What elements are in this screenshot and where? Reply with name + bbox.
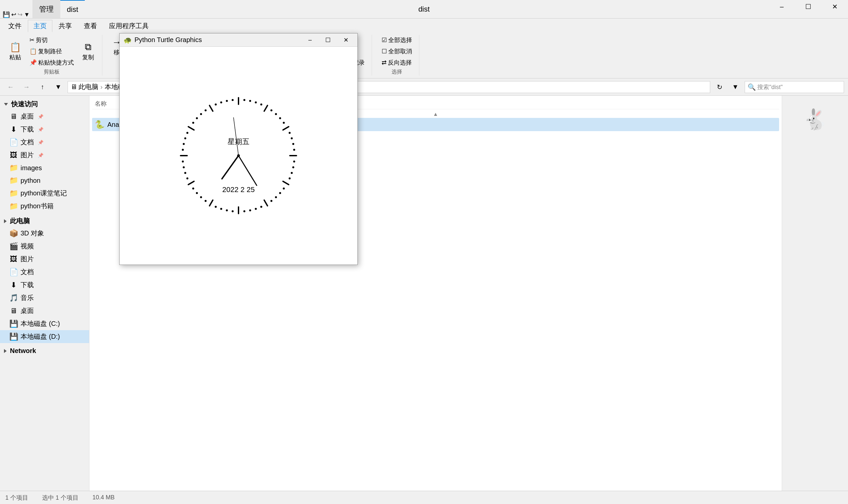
svg-point-31 xyxy=(232,210,233,212)
sidebar-item-pictures[interactable]: 🖼 图片 xyxy=(0,149,89,162)
clipboard-label: 剪贴板 xyxy=(44,69,60,75)
window-controls: – ☐ ✕ xyxy=(768,0,848,13)
window-title: dist xyxy=(418,5,430,14)
svg-line-50 xyxy=(188,127,194,130)
collapse-icon xyxy=(4,103,8,106)
select-all-button[interactable]: ☑ 全部选择 xyxy=(378,35,415,46)
title-bar-tabs: 💾 ↩ ↪ ▼ 管理 dist xyxy=(0,0,85,18)
ribbon-tab-home[interactable]: 主页 xyxy=(28,20,52,32)
svg-point-46 xyxy=(182,149,184,151)
up-button[interactable]: ↑ xyxy=(36,81,49,93)
svg-point-58 xyxy=(226,100,228,102)
sidebar-item-python[interactable]: 📁 python xyxy=(0,174,89,187)
deselect-all-button[interactable]: ☐ 全部取消 xyxy=(378,46,415,57)
sidebar-item-drive-c[interactable]: 💾 本地磁盘 (C:) xyxy=(0,317,89,330)
sidebar: 快速访问 🖥 桌面 ⬇ 下载 📄 文档 🖼 图片 📁 images xyxy=(0,96,89,491)
ribbon-tabs: 文件 主页 共享 查看 应用程序工具 xyxy=(3,20,845,32)
svg-text:2022 2 25: 2022 2 25 xyxy=(222,185,255,194)
sidebar-item-drive-d[interactable]: 💾 本地磁盘 (D:) xyxy=(0,330,89,343)
copy-button[interactable]: ⧉ 复制 xyxy=(78,40,98,63)
sidebar-network-header[interactable]: Network xyxy=(0,346,89,356)
svg-point-6 xyxy=(270,109,272,111)
svg-point-9 xyxy=(283,122,285,124)
sidebar-quick-access-header[interactable]: 快速访问 xyxy=(0,98,89,110)
svg-point-4 xyxy=(260,104,262,106)
svg-point-13 xyxy=(292,143,294,145)
turtle-maximize-button[interactable]: ☐ xyxy=(320,35,336,45)
sidebar-item-documents[interactable]: 📄 文档 xyxy=(0,136,89,149)
svg-text:星期五: 星期五 xyxy=(228,138,249,146)
sidebar-item-downloads[interactable]: ⬇ 下载 xyxy=(0,123,89,136)
ribbon-tab-view[interactable]: 查看 xyxy=(78,20,103,32)
ribbon-tab-share[interactable]: 共享 xyxy=(53,20,77,32)
sidebar-item-python-books[interactable]: 📁 python书籍 xyxy=(0,200,89,213)
ribbon-tab-file[interactable]: 文件 xyxy=(3,20,27,32)
svg-point-47 xyxy=(183,143,185,145)
svg-point-2 xyxy=(249,100,251,102)
svg-line-63 xyxy=(238,156,257,185)
search-box[interactable]: 🔍 搜索"dist" xyxy=(745,81,844,93)
svg-point-23 xyxy=(275,196,277,198)
svg-point-1 xyxy=(244,99,245,101)
svg-point-34 xyxy=(215,205,217,208)
svg-point-39 xyxy=(192,187,194,190)
svg-point-43 xyxy=(183,166,185,168)
svg-point-42 xyxy=(184,172,186,174)
tab-dist[interactable]: dist xyxy=(60,0,85,18)
maximize-button[interactable]: ☐ xyxy=(795,0,822,13)
ribbon-tab-app[interactable]: 应用程序工具 xyxy=(103,20,154,32)
svg-line-5 xyxy=(264,105,268,111)
downloads2-icon: ⬇ xyxy=(9,281,18,289)
svg-point-44 xyxy=(182,161,184,163)
cut-button[interactable]: ✂ 剪切 xyxy=(26,35,77,46)
file-size: 10.4 MB xyxy=(92,494,114,501)
sidebar-item-desktop2[interactable]: 🖥 桌面 xyxy=(0,304,89,317)
tab-manage[interactable]: 管理 xyxy=(33,0,60,18)
sidebar-item-python-notes[interactable]: 📁 python课堂笔记 xyxy=(0,187,89,200)
turtle-close-button[interactable]: ✕ xyxy=(338,35,353,45)
back-button[interactable]: ← xyxy=(4,81,17,93)
sidebar-item-music[interactable]: 🎵 音乐 xyxy=(0,291,89,304)
svg-line-55 xyxy=(210,105,213,111)
forward-button[interactable]: → xyxy=(20,81,33,93)
paste-button[interactable]: 📋 粘贴 xyxy=(5,40,25,63)
copy-path-button[interactable]: 📋 复制路径 xyxy=(26,46,77,57)
ribbon-group-select: ☑ 全部选择 ☐ 全部取消 ⇄ 反向选择 选择 xyxy=(377,35,419,75)
close-button[interactable]: ✕ xyxy=(822,0,848,13)
svg-point-16 xyxy=(293,161,295,163)
refresh-button[interactable]: ↻ xyxy=(713,81,726,93)
images-folder-icon: 📁 xyxy=(9,164,18,172)
svg-point-65 xyxy=(237,154,240,157)
music-icon: 🎵 xyxy=(9,294,18,302)
sidebar-item-images[interactable]: 📁 images xyxy=(0,162,89,174)
minimize-button[interactable]: – xyxy=(768,0,795,13)
path-thispc: 此电脑 xyxy=(78,83,99,91)
svg-point-11 xyxy=(288,132,290,134)
sidebar-item-downloads2[interactable]: ⬇ 下载 xyxy=(0,278,89,291)
invert-selection-button[interactable]: ⇄ 反向选择 xyxy=(378,57,415,68)
svg-point-18 xyxy=(291,172,293,174)
svg-point-12 xyxy=(291,138,293,139)
turtle-title-bar: 🐢 Python Turtle Graphics – ☐ ✕ xyxy=(120,33,357,47)
video-icon: 🎬 xyxy=(9,242,18,251)
sidebar-this-pc-header[interactable]: 此电脑 xyxy=(0,215,89,227)
svg-line-10 xyxy=(283,127,288,130)
turtle-minimize-button[interactable]: – xyxy=(302,35,318,45)
sidebar-item-documents2[interactable]: 📄 文档 xyxy=(0,266,89,278)
select-label: 选择 xyxy=(391,69,402,75)
svg-point-8 xyxy=(279,117,281,119)
svg-point-57 xyxy=(220,101,222,103)
sidebar-item-pictures2[interactable]: 🖼 图片 xyxy=(0,253,89,266)
clipboard-col-buttons: ✂ 剪切 📋 复制路径 📌 粘贴快捷方式 xyxy=(26,35,77,68)
svg-point-56 xyxy=(215,104,217,106)
svg-point-19 xyxy=(288,178,290,179)
svg-line-35 xyxy=(210,200,213,205)
sidebar-item-3d[interactable]: 📦 3D 对象 xyxy=(0,227,89,240)
recent-dropdown[interactable]: ▼ xyxy=(52,81,65,93)
address-dropdown-button[interactable]: ▼ xyxy=(729,81,742,93)
paste-shortcut-button[interactable]: 📌 粘贴快捷方式 xyxy=(26,57,77,68)
sidebar-item-video[interactable]: 🎬 视频 xyxy=(0,240,89,253)
svg-point-7 xyxy=(275,113,277,115)
status-bar: 1 个项目 选中 1 个项目 10.4 MB xyxy=(0,491,848,504)
sidebar-item-desktop[interactable]: 🖥 桌面 xyxy=(0,110,89,123)
